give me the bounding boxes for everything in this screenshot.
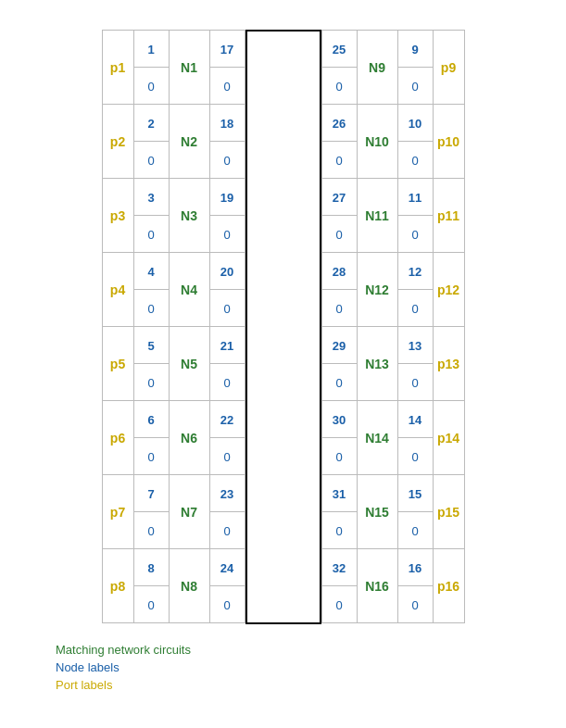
pin-cell: 21 [209, 327, 245, 364]
pin-zero-cell: 0 [209, 364, 245, 401]
port-right-cell: p9 [433, 31, 464, 105]
num-right-zero-cell: 0 [397, 68, 433, 105]
port-cell: p3 [102, 179, 133, 253]
pin-right-zero-cell: 0 [321, 216, 357, 253]
pin-right-cell: 32 [321, 549, 357, 586]
num-right-zero-cell: 0 [397, 142, 433, 179]
port-right-cell: p11 [433, 179, 464, 253]
pin-right-zero-cell: 0 [321, 142, 357, 179]
port-cell: p4 [102, 253, 133, 327]
node-right-cell: N12 [357, 253, 397, 327]
legend-item: Matching network circuits [56, 643, 566, 657]
pin-right-zero-cell: 0 [321, 68, 357, 105]
pin-right-cell: 30 [321, 401, 357, 438]
diagram-container: p1 1 N1 17 0 0 p2 2 N2 18 0 0 p3 3 N3 19… [0, 30, 566, 624]
node-cell: N5 [169, 327, 209, 401]
num-right-cell: 16 [397, 549, 433, 586]
pin-cell: 22 [209, 401, 245, 438]
pin-right-zero-cell: 0 [321, 586, 357, 623]
page-title [0, 0, 566, 26]
num-cell: 5 [133, 327, 169, 364]
pin-right-cell: 29 [321, 327, 357, 364]
num-cell: 6 [133, 401, 169, 438]
pin-cell: 23 [209, 475, 245, 512]
port-cell: p5 [102, 327, 133, 401]
port-right-cell: p15 [433, 475, 464, 549]
pin-cell: 19 [209, 179, 245, 216]
right-grid: 25 N9 9 p9 0 0 26 N10 10 p10 0 0 27 N11 … [321, 30, 465, 623]
num-zero-cell: 0 [133, 216, 169, 253]
node-right-cell: N10 [357, 105, 397, 179]
pin-zero-cell: 0 [209, 586, 245, 623]
num-right-cell: 11 [397, 179, 433, 216]
num-cell: 8 [133, 549, 169, 586]
center-grid [245, 30, 321, 624]
num-right-zero-cell: 0 [397, 364, 433, 401]
node-right-cell: N15 [357, 475, 397, 549]
pin-cell: 18 [209, 105, 245, 142]
num-right-zero-cell: 0 [397, 512, 433, 549]
legend-container: Matching network circuitsNode labelsPort… [56, 643, 566, 692]
pin-cell: 20 [209, 253, 245, 290]
pin-zero-cell: 0 [209, 216, 245, 253]
node-right-cell: N16 [357, 549, 397, 623]
num-zero-cell: 0 [133, 364, 169, 401]
port-cell: p1 [102, 31, 133, 105]
num-cell: 1 [133, 31, 169, 68]
num-right-cell: 13 [397, 327, 433, 364]
node-cell: N8 [169, 549, 209, 623]
pin-right-zero-cell: 0 [321, 512, 357, 549]
node-right-cell: N13 [357, 327, 397, 401]
pin-cell: 17 [209, 31, 245, 68]
port-cell: p7 [102, 475, 133, 549]
num-right-zero-cell: 0 [397, 290, 433, 327]
node-cell: N2 [169, 105, 209, 179]
num-zero-cell: 0 [133, 142, 169, 179]
pin-zero-cell: 0 [209, 438, 245, 475]
pin-right-zero-cell: 0 [321, 290, 357, 327]
pin-right-cell: 28 [321, 253, 357, 290]
left-grid: p1 1 N1 17 0 0 p2 2 N2 18 0 0 p3 3 N3 19… [102, 30, 245, 623]
pin-right-cell: 25 [321, 31, 357, 68]
num-cell: 4 [133, 253, 169, 290]
num-right-zero-cell: 0 [397, 586, 433, 623]
pin-right-cell: 31 [321, 475, 357, 512]
node-right-cell: N14 [357, 401, 397, 475]
legend-item: Node labels [56, 660, 566, 674]
num-right-cell: 9 [397, 31, 433, 68]
node-cell: N1 [169, 31, 209, 105]
port-right-cell: p12 [433, 253, 464, 327]
port-right-cell: p10 [433, 105, 464, 179]
pin-cell: 24 [209, 549, 245, 586]
pin-zero-cell: 0 [209, 142, 245, 179]
num-cell: 2 [133, 105, 169, 142]
num-right-cell: 15 [397, 475, 433, 512]
pin-zero-cell: 0 [209, 512, 245, 549]
node-cell: N7 [169, 475, 209, 549]
pin-zero-cell: 0 [209, 68, 245, 105]
num-right-cell: 14 [397, 401, 433, 438]
pin-right-cell: 27 [321, 179, 357, 216]
num-right-cell: 12 [397, 253, 433, 290]
num-cell: 3 [133, 179, 169, 216]
legend-item: Port labels [56, 678, 566, 692]
num-right-zero-cell: 0 [397, 438, 433, 475]
node-cell: N6 [169, 401, 209, 475]
pin-right-zero-cell: 0 [321, 438, 357, 475]
port-cell: p8 [102, 549, 133, 623]
port-cell: p6 [102, 401, 133, 475]
num-zero-cell: 0 [133, 68, 169, 105]
center-box-label [246, 31, 321, 623]
num-right-zero-cell: 0 [397, 216, 433, 253]
port-right-cell: p13 [433, 327, 464, 401]
port-cell: p2 [102, 105, 133, 179]
node-cell: N3 [169, 179, 209, 253]
node-cell: N4 [169, 253, 209, 327]
num-zero-cell: 0 [133, 290, 169, 327]
num-right-cell: 10 [397, 105, 433, 142]
node-right-cell: N11 [357, 179, 397, 253]
num-zero-cell: 0 [133, 512, 169, 549]
pin-right-cell: 26 [321, 105, 357, 142]
port-right-cell: p16 [433, 549, 464, 623]
pin-zero-cell: 0 [209, 290, 245, 327]
